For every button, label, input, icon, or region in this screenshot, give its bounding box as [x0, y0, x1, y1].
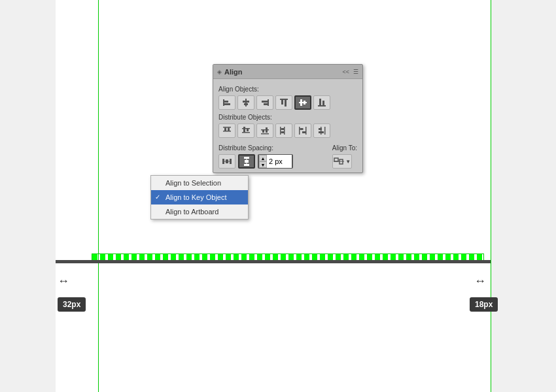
- align-panel-icon: ◈: [217, 69, 222, 75]
- panel-title-controls: << ☰: [342, 69, 358, 75]
- svg-rect-8: [264, 103, 268, 105]
- svg-rect-26: [261, 129, 269, 131]
- svg-rect-33: [281, 131, 285, 133]
- double-arrow-right-icon: ↔: [474, 274, 486, 288]
- panel-title-left: ◈ Align: [217, 68, 243, 76]
- artboard: [56, 0, 491, 392]
- svg-rect-5: [244, 103, 248, 105]
- svg-rect-15: [318, 105, 326, 106]
- double-arrow-left-icon: ↔: [58, 274, 69, 288]
- panel-title: Align: [224, 68, 243, 76]
- svg-rect-30: [280, 127, 281, 135]
- svg-rect-29: [266, 127, 268, 133]
- svg-rect-16: [319, 99, 321, 105]
- svg-rect-41: [319, 131, 324, 133]
- svg-rect-4: [243, 101, 249, 103]
- guide-line-left: [98, 0, 99, 392]
- svg-rect-43: [230, 159, 232, 164]
- spacing-row: ▲ ▼: [218, 154, 293, 169]
- align-left-button[interactable]: [218, 95, 235, 110]
- svg-rect-44: [226, 159, 228, 163]
- svg-rect-48: [244, 164, 249, 166]
- align-objects-row: [218, 95, 357, 110]
- arrow-right-indicator: ↔: [474, 274, 486, 288]
- distribute-center-v-button[interactable]: [237, 123, 254, 138]
- svg-rect-40: [319, 128, 322, 130]
- distribute-equal-spacing-button[interactable]: [218, 154, 235, 169]
- distribute-spacing-section: Distribute Spacing:: [218, 142, 357, 169]
- svg-rect-38: [321, 127, 322, 135]
- distribute-spacing-left: Distribute Spacing:: [218, 142, 293, 169]
- svg-rect-0: [223, 99, 224, 106]
- svg-rect-22: [242, 128, 250, 129]
- svg-rect-11: [285, 100, 287, 106]
- horizontal-bar: [56, 260, 491, 263]
- spacing-stepper-down[interactable]: ▼: [259, 161, 267, 168]
- svg-rect-27: [261, 133, 269, 135]
- svg-rect-18: [223, 127, 231, 128]
- svg-rect-1: [224, 101, 228, 103]
- svg-rect-13: [300, 99, 302, 106]
- canvas-area: ↔ ↔ 32px 18px ◈ Align << ☰ Align Objects…: [0, 0, 556, 392]
- panel-titlebar: ◈ Align << ☰: [213, 65, 362, 79]
- distribute-bottom-button[interactable]: [256, 123, 273, 138]
- svg-rect-34: [299, 127, 300, 135]
- panel-body: Align Objects:: [213, 79, 362, 172]
- align-panel: ◈ Align << ☰ Align Objects:: [213, 64, 363, 173]
- dropdown-item-align-to-selection[interactable]: Align to Selection: [151, 176, 248, 190]
- dropdown-item-align-to-artboard[interactable]: Align to Artboard: [151, 204, 248, 219]
- align-top-button[interactable]: [275, 95, 292, 110]
- svg-rect-25: [247, 128, 249, 131]
- svg-rect-31: [284, 127, 285, 135]
- align-to-section: Align To: ▼: [332, 142, 357, 169]
- svg-rect-9: [280, 99, 288, 100]
- svg-rect-12: [299, 102, 307, 103]
- guide-line-right: [491, 0, 491, 392]
- align-to-controls: ▼: [332, 154, 357, 169]
- dropdown-item-label: Align to Key Object: [165, 193, 227, 201]
- spacing-stepper-up[interactable]: ▲: [259, 155, 267, 161]
- checkmark-icon: ✓: [155, 193, 160, 201]
- distribute-spacing-label: Distribute Spacing:: [218, 144, 293, 152]
- spacing-stepper: ▲ ▼: [259, 155, 267, 168]
- panel-menu-button[interactable]: ☰: [353, 69, 358, 75]
- align-center-v-button[interactable]: [294, 95, 311, 110]
- svg-rect-7: [262, 101, 268, 103]
- svg-rect-39: [324, 127, 326, 135]
- svg-rect-17: [322, 101, 324, 105]
- svg-rect-6: [268, 99, 269, 106]
- spacing-input[interactable]: [267, 155, 292, 168]
- measurement-badge-right: 18px: [470, 297, 498, 312]
- svg-rect-42: [222, 159, 224, 164]
- svg-rect-36: [300, 128, 304, 130]
- svg-rect-21: [228, 128, 230, 131]
- align-to-dropdown: Align to Selection ✓ Align to Key Object…: [150, 175, 249, 220]
- svg-rect-2: [224, 103, 230, 105]
- svg-rect-28: [262, 129, 264, 133]
- panel-collapse-button[interactable]: <<: [342, 69, 349, 75]
- align-to-dropdown-button[interactable]: ▼: [332, 154, 352, 169]
- distribute-right-button[interactable]: [313, 123, 330, 138]
- svg-rect-35: [305, 127, 307, 135]
- arrow-left-indicator: ↔: [58, 274, 69, 288]
- svg-rect-47: [244, 157, 249, 159]
- svg-rect-10: [281, 100, 283, 105]
- svg-rect-24: [243, 127, 245, 132]
- distribute-center-h-button[interactable]: [294, 123, 311, 138]
- align-bottom-button[interactable]: [313, 95, 330, 110]
- dropdown-item-label: Align to Artboard: [165, 208, 218, 216]
- dropdown-item-align-to-key-object[interactable]: ✓ Align to Key Object: [151, 190, 248, 204]
- distribute-spacing-active-button[interactable]: [238, 154, 255, 169]
- align-objects-label: Align Objects:: [218, 86, 357, 93]
- align-center-h-button[interactable]: [237, 95, 254, 110]
- measurement-badge-left: 32px: [58, 297, 86, 312]
- svg-rect-14: [304, 101, 305, 105]
- distribute-left-button[interactable]: [275, 123, 292, 138]
- svg-rect-20: [224, 128, 226, 131]
- distribute-top-button[interactable]: [218, 123, 235, 138]
- dropdown-item-label: Align to Selection: [165, 179, 221, 187]
- svg-rect-37: [302, 131, 305, 133]
- svg-rect-52: [334, 158, 338, 161]
- align-right-button[interactable]: [256, 95, 273, 110]
- distribute-objects-row: [218, 123, 357, 138]
